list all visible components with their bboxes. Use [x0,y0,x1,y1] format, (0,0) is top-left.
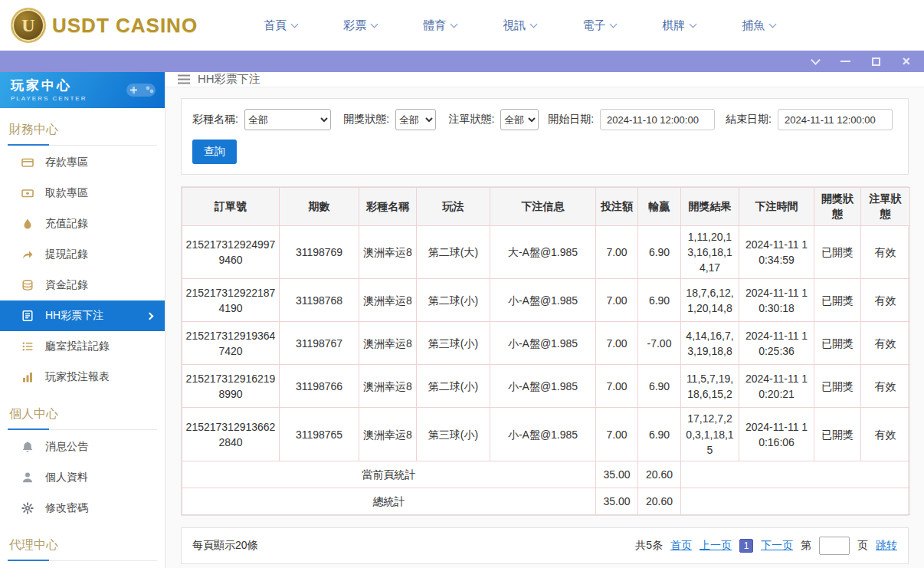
nav-label: 體育 [423,18,446,33]
section-personal-center: 個人中心 [8,400,157,430]
cell-period: 31198769 [280,225,359,279]
end-date-label: 結束日期: [726,113,772,126]
hamburger-menu-icon[interactable] [178,74,190,84]
sidebar-item-change-password[interactable]: 修改密碼 [0,493,165,524]
window-minimize-icon[interactable] [840,61,850,62]
cell-bet-time: 2024-11-11 10:34:59 [739,225,814,279]
cell-bet-amount: 7.00 [596,322,638,365]
gamepad-icon [123,78,159,104]
end-date-input[interactable] [778,109,893,130]
start-date-input[interactable] [600,109,715,130]
nav-item-electronic[interactable]: 電子 [559,18,639,33]
query-button[interactable]: 查詢 [192,140,237,164]
column-header-lottery: 彩種名稱 [359,188,417,226]
current-page-badge[interactable]: 1 [739,539,753,553]
cell-draw-status: 已開獎 [814,365,861,408]
main-content: HH彩票下注 彩種名稱: 全部 開獎狀態: 全部 注單狀態: 全部 開始日期: … [165,72,924,568]
filter-panel: 彩種名稱: 全部 開獎狀態: 全部 注單狀態: 全部 開始日期: 結束日期: 查… [181,98,909,175]
cell-play: 第二球(大) [417,225,490,279]
nav-item-lottery[interactable]: 彩票 [320,18,400,33]
top-header: U USDT CASINO 首頁 彩票 體育 視訊 電子 棋牌 捕魚 [0,0,924,51]
cell-draw-result: 17,12,7,20,3,1,18,15 [681,408,739,461]
next-page-link[interactable]: 下一页 [761,539,793,553]
cell-win-loss: 6.90 [638,225,681,279]
summary-bet-amount: 35.00 [596,461,638,488]
sidebar-item-player-bet-report[interactable]: 玩家投注報表 [0,362,165,392]
cell-win-loss: 6.90 [638,408,681,461]
cell-bet-amount: 7.00 [596,365,638,408]
summary-empty [681,461,910,488]
window-close-icon[interactable]: × [902,54,910,68]
bar-chart-icon [21,371,34,383]
prev-page-link[interactable]: 上一页 [700,539,732,553]
sidebar-item-label: HH彩票下注 [45,309,103,323]
cell-bet-amount: 7.00 [596,225,638,279]
cell-draw-status: 已開獎 [814,225,861,279]
summary-win-loss: 20.60 [638,488,681,515]
section-finance-center: 財務中心 [8,116,157,146]
current-page-summary-row: 當前頁統計 35.00 20.60 [182,461,910,488]
chevron-down-icon [451,20,458,28]
cell-bet-time: 2024-11-11 10:30:18 [739,279,814,322]
cell-play: 第二球(小) [417,365,490,408]
nav-item-live[interactable]: 視訊 [480,18,559,33]
summary-win-loss: 20.60 [638,461,681,488]
main-nav: 首頁 彩票 體育 視訊 電子 棋牌 捕魚 [241,18,798,33]
sidebar-item-withdraw[interactable]: 取款專區 [0,178,165,208]
sidebar-item-label: 存款專區 [45,156,88,169]
sidebar-item-hall-bet-record[interactable]: 廳室投註記錄 [0,331,165,362]
cell-bet-time: 2024-11-11 10:25:36 [739,322,814,365]
cell-order-status: 有效 [861,279,910,322]
cell-period: 31198768 [280,279,359,322]
lottery-name-select[interactable]: 全部 [244,109,331,130]
jump-button[interactable]: 跳转 [876,539,897,553]
window-collapse-icon[interactable] [812,60,819,64]
column-header-bet-info: 下注信息 [490,188,596,226]
cell-period: 31198767 [280,322,359,365]
cell-play: 第三球(小) [417,322,490,365]
sidebar-item-profile[interactable]: 個人資料 [0,462,165,493]
nav-item-sports[interactable]: 體育 [400,18,480,33]
nav-item-home[interactable]: 首頁 [241,18,320,33]
draw-status-select[interactable]: 全部 [395,109,436,130]
sidebar-item-funds-record[interactable]: 資金記錄 [0,270,165,300]
chevron-down-icon [291,20,299,28]
cell-period: 31198766 [280,365,359,408]
jump-suffix-label: 页 [857,539,868,553]
page-jump-input[interactable] [819,537,850,555]
cell-draw-status: 已開獎 [814,408,861,461]
window-maximize-icon[interactable] [872,57,880,66]
sidebar-item-withdrawal-record[interactable]: 提現記錄 [0,239,165,270]
withdraw-money-icon [21,187,34,199]
nav-item-fishing[interactable]: 捕魚 [719,18,798,33]
page-title: HH彩票下注 [198,72,260,87]
cell-win-loss: 6.90 [638,279,681,322]
deposit-card-icon [21,156,34,169]
cell-lottery: 澳洲幸运8 [359,225,417,279]
cell-bet-info: 小-A盤@1.985 [490,365,596,408]
table-row: 2152173129162198990 31198766 澳洲幸运8 第二球(小… [182,365,910,408]
logo[interactable]: U USDT CASINO [11,8,198,43]
cell-lottery: 澳洲幸运8 [359,322,417,365]
cell-period: 31198765 [280,408,359,461]
chevron-down-icon [371,20,378,28]
cell-lottery: 澳洲幸运8 [359,279,417,322]
order-status-select[interactable]: 全部 [500,109,539,130]
cell-play: 第三球(小) [417,408,490,461]
cell-order-id: 2152173129249979460 [182,225,280,279]
chevron-down-icon [690,20,697,28]
first-page-link[interactable]: 首页 [670,539,692,553]
sidebar-item-label: 取款專區 [45,186,88,200]
cell-order-status: 有效 [861,225,910,279]
pager: 共5条 首页 上一页 1 下一页 第 页 跳转 [635,537,897,555]
nav-item-boardgames[interactable]: 棋牌 [639,18,719,33]
table-row: 2152173129249979460 31198769 澳洲幸运8 第二球(大… [182,225,910,279]
sidebar-item-announcements[interactable]: 消息公告 [0,432,165,462]
bets-table: 訂單號 期數 彩種名稱 玩法 下注信息 投注額 輸贏 開獎結果 下注時間 開獎狀… [182,187,910,515]
cell-win-loss: -7.00 [638,322,681,365]
sidebar-item-deposit[interactable]: 存款專區 [0,147,165,178]
sidebar-item-recharge-record[interactable]: 充值記錄 [0,208,165,239]
sidebar-item-label: 玩家投注報表 [45,370,110,384]
nav-label: 捕魚 [742,18,765,33]
sidebar-item-hh-lottery-bet[interactable]: HH彩票下注 [0,300,165,331]
